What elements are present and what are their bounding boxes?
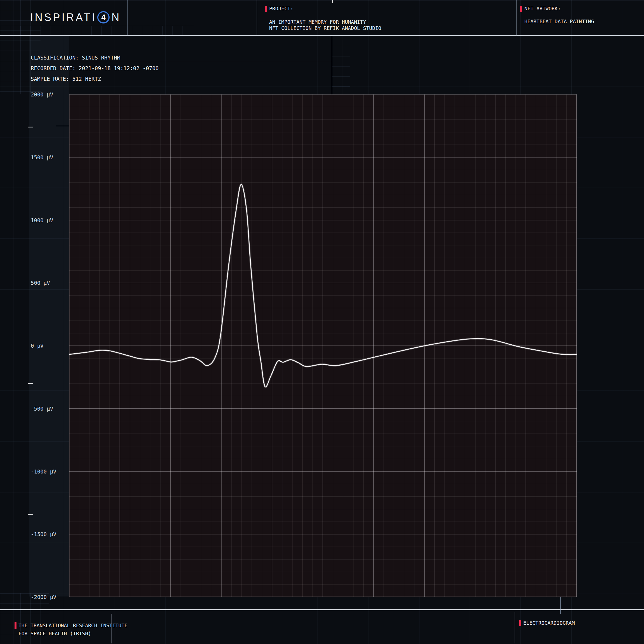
y-axis-tick-label: 500 µV [31,279,50,287]
logo-circle-4-icon: 4 [97,11,110,23]
logo-text-prefix: INSPIRATI [30,11,96,23]
red-marker-trish [15,622,16,629]
trish-line-1: THE TRANSLATIONAL RESEARCH INSTITUTE [18,621,127,629]
logo-text-suffix: N [112,11,121,23]
left-edge-tick [28,127,33,127]
recorded-date-text: RECORDED DATE: 2021-09-18 19:12:02 -0700 [31,65,159,71]
ecg-chart [69,94,577,597]
left-edge-tick [28,383,33,384]
y-axis-tick-label: -1500 µV [31,531,56,538]
left-edge-tick [28,514,33,515]
y-axis-tick-label: 0 µV [31,342,44,349]
y-axis-tick-label: -1000 µV [31,468,56,475]
nft-artwork-canvas: INSPIRATI 4 N PROJECT: AN IMPORTANT MEMO… [0,0,644,644]
logo-circle-digit: 4 [101,13,105,22]
y-axis-tick-label: 2000 µV [31,91,53,98]
footer-separator-line [0,609,644,610]
artwork-label: NFT ARTWORK: [524,6,561,12]
header-divider-artwork [516,0,517,35]
inspiration4-logo: INSPIRATI 4 N [30,10,121,25]
y-axis-tick-label: 1000 µV [31,217,53,224]
header-separator-line [0,35,644,36]
hud-vertical-line [332,36,332,95]
y-axis-tick-label: 1500 µV [31,154,53,161]
electrocardiogram-label: ELECTROCARDIOGRAM [523,619,575,627]
project-label: PROJECT: [269,6,293,12]
axis-label-panel [29,36,69,596]
footer-vertical-line [560,596,561,614]
red-marker-ecg [519,620,521,626]
dense-grid-column [332,36,350,95]
trish-line-2: FOR SPACE HEALTH (TRISH) [18,629,91,638]
red-marker-project [265,6,267,12]
dense-grid-logo-row [0,26,194,36]
red-marker-artwork [520,6,522,12]
header-vertical-line [127,0,128,35]
sample-rate-text: SAMPLE RATE: 512 HERTZ [31,76,101,82]
classification-text: CLASSIFICATION: SINUS RHYTHM [31,55,120,61]
top-edge-tick [332,0,333,3]
ecg-waveform-plot [69,94,577,597]
y-axis-tick-label: -500 µV [31,405,53,412]
artwork-title: HEARTBEAT DATA PAINTING [524,18,594,25]
axis-tick [56,126,69,126]
project-line-2: NFT COLLECTION BY REFIK ANADOL STUDIO [269,25,381,31]
project-line-1: AN IMPORTANT MEMORY FOR HUMANITY [269,19,366,25]
y-axis-tick-label: -2000 µV [31,593,56,601]
footer-vertical-line [515,612,515,643]
header-divider-project [257,0,257,35]
